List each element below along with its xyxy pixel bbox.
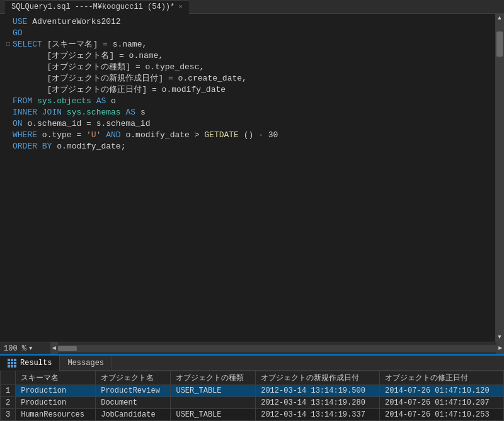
code-line-11: WHERE o.type = 'U' AND o.modify_date > G… <box>4 130 491 141</box>
hscroll-area[interactable]: ◄ ► <box>50 342 504 355</box>
app-window: SQLQuery1.sql ----M¥kooguccii (54))* × U… <box>0 0 504 421</box>
order-col: o.modify_date; <box>57 142 125 151</box>
grid-icon-inner <box>8 359 16 368</box>
gc3 <box>14 359 16 361</box>
code-line-4: [オブジェクト名] = o.name, <box>4 50 491 62</box>
func-getdate: GETDATE <box>204 130 239 140</box>
code-line-1: USE AdventureWorks2012 <box>4 16 491 28</box>
code-line-12: ORDER BY o.modify_date; <box>4 141 491 152</box>
collapse-1 <box>4 16 13 28</box>
collapse-12 <box>4 141 13 152</box>
row-3-type: USER_TABLE <box>171 409 256 421</box>
results-tabs: Results Messages <box>0 356 504 371</box>
scroll-down-button[interactable]: ▼ <box>495 333 504 342</box>
keyword-on: ON <box>13 119 23 128</box>
hscroll-thumb[interactable] <box>58 346 77 351</box>
col-created: オブジェクトの新規作成日付 <box>256 371 380 385</box>
line-10-code: ON o.schema_id = s.schema_id <box>13 118 491 130</box>
collapse-11 <box>4 130 13 141</box>
zoom-level: 100 % <box>4 344 26 353</box>
vertical-scrollbar[interactable]: ▲ ▼ <box>495 14 504 342</box>
line-11-code: WHERE o.type = 'U' AND o.modify_date > G… <box>13 130 491 141</box>
code-line-3: □ SELECT [スキーマ名] = s.name, <box>4 39 491 50</box>
row-1-object: ProductReview <box>96 385 171 397</box>
row-1-modified: 2014-07-26 01:47:10.120 <box>380 385 504 397</box>
select-col3: [オブジェクトの種類] = o.type_desc, <box>13 62 204 72</box>
code-content: USE AdventureWorks2012 GO □ <box>0 14 495 342</box>
row-1-created: 2012-03-14 13:14:19.500 <box>256 385 380 397</box>
table-row[interactable]: 3 HumanResources JobCandidate USER_TABLE… <box>1 409 504 421</box>
where-col: o.type = <box>42 130 86 140</box>
tab-messages[interactable]: Messages <box>60 356 112 371</box>
collapse-4 <box>4 50 13 62</box>
results-tbody: 1 Production ProductReview USER_TABLE 20… <box>1 385 504 421</box>
editor-section: USE AdventureWorks2012 GO □ <box>0 14 504 354</box>
collapse-2 <box>4 28 13 39</box>
close-icon[interactable]: × <box>178 3 183 11</box>
keyword-select: SELECT <box>13 40 42 49</box>
results-tab-label: Results <box>20 359 52 368</box>
keyword-where: WHERE <box>13 130 37 140</box>
keyword-use: USE <box>13 17 27 26</box>
keyword-as-o: AS <box>96 96 106 106</box>
scrollbar-thumb[interactable] <box>496 31 503 57</box>
keyword-from: FROM <box>13 96 32 106</box>
tab-results[interactable]: Results <box>0 356 60 371</box>
line-3-code: SELECT [スキーマ名] = s.name, <box>13 39 491 50</box>
zoom-control[interactable]: 100 % ▼ <box>0 342 50 355</box>
table-row[interactable]: 1 Production ProductReview USER_TABLE 20… <box>1 385 504 397</box>
on-clause: o.schema_id = s.schema_id <box>27 119 150 128</box>
collapse-6 <box>4 73 13 84</box>
db-name: AdventureWorks2012 <box>32 17 120 26</box>
collapse-5 <box>4 62 13 73</box>
select-col2: [オブジェクト名] = o.name, <box>13 51 163 60</box>
results-thead: スキーマ名 オブジェクト名 オブジェクトの種類 オブジェクトの新規作成日付 オブ… <box>1 371 504 385</box>
col-rownum <box>1 371 16 385</box>
table-row[interactable]: 2 Production Document 2012-03-14 13:14:1… <box>1 397 504 409</box>
line-7-code: [オブジェクトの修正日付] = o.modify_date <box>13 84 491 96</box>
zoom-hscroll-bar: 100 % ▼ ◄ ► <box>0 342 504 354</box>
code-line-6: [オブジェクトの新規作成日付] = o.create_date, <box>4 73 491 84</box>
row-3-object: JobCandidate <box>96 409 171 421</box>
row-num-1: 1 <box>1 385 16 397</box>
collapse-3: □ <box>4 39 13 50</box>
scroll-up-button[interactable]: ▲ <box>495 14 504 23</box>
code-line-2: GO <box>4 28 491 39</box>
results-table-wrapper: スキーマ名 オブジェクト名 オブジェクトの種類 オブジェクトの新規作成日付 オブ… <box>0 371 504 421</box>
hscroll-left-button[interactable]: ◄ <box>50 342 58 355</box>
title-bar: SQLQuery1.sql ----M¥kooguccii (54))* × <box>0 0 504 14</box>
code-line-10: ON o.schema_id = s.schema_id <box>4 118 491 130</box>
gc4 <box>8 362 10 364</box>
row-2-schema: Production <box>16 397 96 409</box>
line-8-code: FROM sys.objects AS o <box>13 96 491 107</box>
hscroll-right-button[interactable]: ► <box>496 342 504 355</box>
alias-s: s <box>140 108 146 117</box>
row-num-2: 2 <box>1 397 16 409</box>
select-col4: [オブジェクトの新規作成日付] = o.create_date, <box>13 74 247 83</box>
line-4-code: [オブジェクト名] = o.name, <box>13 50 491 62</box>
zoom-dropdown-arrow[interactable]: ▼ <box>29 345 32 352</box>
line-2-code: GO <box>13 28 491 39</box>
select-col1: [スキーマ名] = s.name, <box>47 40 147 49</box>
code-area[interactable]: USE AdventureWorks2012 GO □ <box>0 14 495 342</box>
hscroll-track[interactable] <box>58 345 496 352</box>
results-grid-icon <box>8 359 16 368</box>
keyword-as-s: AS <box>125 108 135 117</box>
code-line-8: FROM sys.objects AS o <box>4 96 491 107</box>
results-table: スキーマ名 オブジェクト名 オブジェクトの種類 オブジェクトの新規作成日付 オブ… <box>0 371 504 421</box>
join-table: sys.schemas <box>67 108 121 117</box>
messages-tab-label: Messages <box>67 359 104 368</box>
document-tab[interactable]: SQLQuery1.sql ----M¥kooguccii (54))* × <box>5 0 189 14</box>
results-header-row: スキーマ名 オブジェクト名 オブジェクトの種類 オブジェクトの新規作成日付 オブ… <box>1 371 504 385</box>
from-table: sys.objects <box>37 96 91 106</box>
col-type: オブジェクトの種類 <box>171 371 256 385</box>
row-3-schema: HumanResources <box>16 409 96 421</box>
select-col5: [オブジェクトの修正日付] = o.modify_date <box>13 85 226 94</box>
row-3-modified: 2014-07-26 01:47:10.253 <box>380 409 504 421</box>
code-line-9: INNER JOIN sys.schemas AS s <box>4 107 491 118</box>
keyword-inner-join: INNER JOIN <box>13 108 62 117</box>
col-schema: スキーマ名 <box>16 371 96 385</box>
collapse-7 <box>4 84 13 96</box>
alias-o: o <box>111 96 116 106</box>
keyword-order: ORDER BY <box>13 142 52 151</box>
